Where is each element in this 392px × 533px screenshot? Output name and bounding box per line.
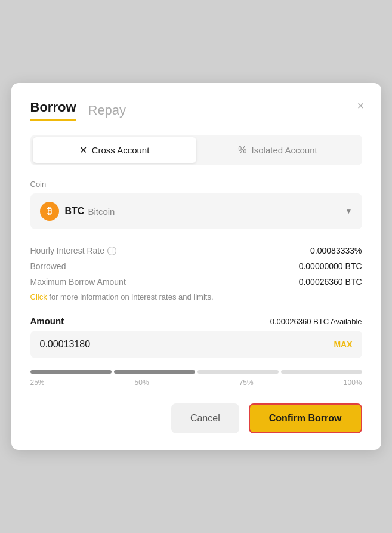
max-borrow-row: Maximum Borrow Amount 0.00026360 BTC xyxy=(30,277,362,286)
borrowed-row: Borrowed 0.00000000 BTC xyxy=(30,261,362,271)
slider-segment-2[interactable] xyxy=(114,370,195,374)
tab-borrow[interactable]: Borrow xyxy=(30,100,76,121)
slider-labels: 25% 50% 75% 100% xyxy=(30,378,362,387)
click-link[interactable]: Click xyxy=(30,292,47,301)
isolated-account-label: Isolated Account xyxy=(252,145,317,155)
slider-label-100: 100% xyxy=(344,378,362,387)
click-suffix: for more information on interest rates a… xyxy=(47,292,214,301)
isolated-account-button[interactable]: % Isolated Account xyxy=(196,137,360,163)
max-button[interactable]: MAX xyxy=(334,340,352,349)
chevron-down-icon: ▼ xyxy=(345,207,353,215)
btc-icon: ₿ xyxy=(40,202,59,221)
footer-buttons: Cancel Confirm Borrow xyxy=(30,403,362,433)
cancel-button[interactable]: Cancel xyxy=(171,403,239,433)
amount-label: Amount xyxy=(30,316,64,326)
slider-segment-3[interactable] xyxy=(197,370,279,374)
account-selector: ✕ Cross Account % Isolated Account xyxy=(30,135,362,165)
tab-repay[interactable]: Repay xyxy=(88,103,126,118)
info-icon[interactable]: i xyxy=(107,247,116,255)
amount-header: Amount 0.00026360 BTC Available xyxy=(30,316,362,326)
cross-account-label: Cross Account xyxy=(92,145,150,155)
slider-segment-1[interactable] xyxy=(30,370,112,374)
available-value: 0.00026360 xyxy=(270,317,311,326)
slider-label-50: 50% xyxy=(135,378,149,387)
cross-account-button[interactable]: ✕ Cross Account xyxy=(33,137,196,163)
slider-segment-4[interactable] xyxy=(281,370,362,374)
hourly-rate-row: Hourly Interest Rate i 0.00083333% xyxy=(30,246,362,255)
close-button[interactable]: × xyxy=(357,100,365,112)
coin-symbol: BTC xyxy=(65,206,85,217)
hourly-rate-value: 0.00083333% xyxy=(310,246,362,255)
slider-label-25: 25% xyxy=(30,378,45,387)
slider-track[interactable] xyxy=(30,370,362,374)
hourly-rate-label: Hourly Interest Rate i xyxy=(30,246,117,255)
slider-container[interactable]: 25% 50% 75% 100% xyxy=(30,370,362,387)
coin-label: Coin xyxy=(30,180,362,189)
cross-account-icon: ✕ xyxy=(79,144,87,156)
amount-input-value[interactable]: 0.00013180 xyxy=(40,339,334,350)
isolated-account-icon: % xyxy=(238,145,246,156)
amount-input-row[interactable]: 0.00013180 MAX xyxy=(30,331,362,358)
coin-selector[interactable]: ₿ BTC Bitcoin ▼ xyxy=(30,193,362,229)
slider-label-75: 75% xyxy=(239,378,254,387)
borrow-modal: Borrow Repay × ✕ Cross Account % Isolate… xyxy=(11,83,381,450)
modal-header: Borrow Repay × xyxy=(30,100,362,121)
borrowed-label: Borrowed xyxy=(30,261,66,271)
interest-info-text: Click for more information on interest r… xyxy=(30,292,362,301)
max-borrow-value: 0.00026360 BTC xyxy=(299,277,362,286)
confirm-borrow-button[interactable]: Confirm Borrow xyxy=(249,403,362,433)
available-currency: BTC Available xyxy=(313,317,362,326)
borrowed-value: 0.00000000 BTC xyxy=(299,261,362,271)
available-text: 0.00026360 BTC Available xyxy=(270,317,362,326)
coin-name: Bitcoin xyxy=(88,207,115,217)
max-borrow-label: Maximum Borrow Amount xyxy=(30,277,126,286)
